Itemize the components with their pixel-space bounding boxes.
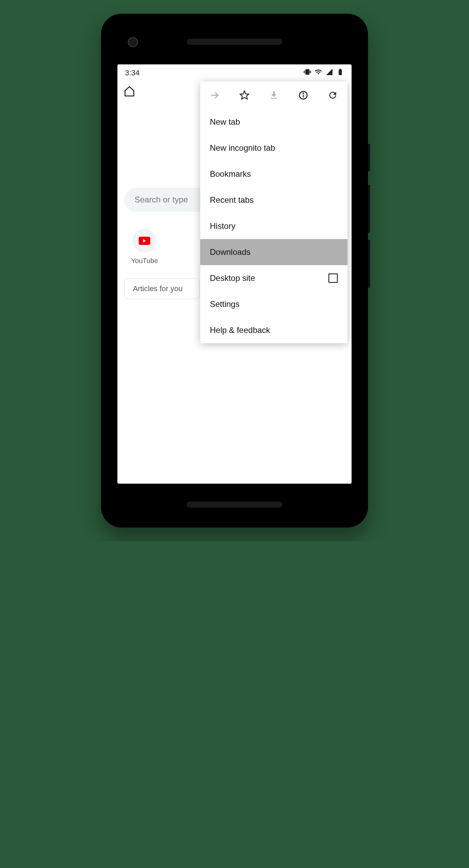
menu-item-settings[interactable]: Settings bbox=[200, 291, 347, 317]
menu-label: Downloads bbox=[210, 247, 251, 257]
menu-label: New tab bbox=[210, 117, 240, 127]
youtube-icon bbox=[132, 229, 156, 253]
battery-icon bbox=[337, 68, 344, 78]
screen: 3:34 bbox=[117, 64, 352, 484]
info-icon[interactable] bbox=[298, 90, 308, 100]
phone-volume-up bbox=[368, 185, 370, 233]
menu-item-new-tab[interactable]: New tab bbox=[200, 109, 347, 135]
menu-label: History bbox=[210, 221, 236, 231]
forward-icon bbox=[210, 90, 220, 100]
signal-icon bbox=[326, 68, 333, 78]
wifi-icon bbox=[315, 68, 322, 78]
menu-icon-row bbox=[200, 82, 347, 109]
menu-item-help-feedback[interactable]: Help & feedback bbox=[200, 317, 347, 343]
menu-item-desktop-site[interactable]: Desktop site bbox=[200, 265, 347, 291]
search-placeholder: Search or type bbox=[135, 195, 188, 204]
svg-point-4 bbox=[303, 93, 304, 94]
menu-item-bookmarks[interactable]: Bookmarks bbox=[200, 161, 347, 187]
menu-item-recent-tabs[interactable]: Recent tabs bbox=[200, 187, 347, 213]
menu-item-new-incognito-tab[interactable]: New incognito tab bbox=[200, 135, 347, 161]
shortcut-youtube[interactable]: YouTube bbox=[131, 229, 158, 265]
menu-label: New incognito tab bbox=[210, 143, 275, 153]
articles-label: Articles for you bbox=[133, 284, 183, 293]
svg-marker-1 bbox=[240, 91, 249, 99]
articles-card[interactable]: Articles for you bbox=[124, 278, 200, 299]
menu-item-history[interactable]: History bbox=[200, 213, 347, 239]
menu-label: Bookmarks bbox=[210, 169, 251, 179]
menu-label: Recent tabs bbox=[210, 195, 254, 205]
status-bar: 3:34 bbox=[117, 64, 352, 82]
phone-speaker-bottom bbox=[187, 501, 282, 508]
overflow-menu: New tab New incognito tab Bookmarks Rece… bbox=[200, 82, 347, 343]
home-icon[interactable] bbox=[124, 85, 135, 98]
star-icon[interactable] bbox=[239, 90, 250, 100]
phone-bezel: 3:34 bbox=[107, 20, 362, 521]
phone-camera bbox=[128, 37, 138, 47]
phone-volume-down bbox=[368, 240, 370, 288]
shortcut-label: YouTube bbox=[131, 257, 158, 265]
menu-label: Desktop site bbox=[210, 273, 255, 283]
menu-label: Help & feedback bbox=[210, 325, 270, 335]
status-icons bbox=[304, 68, 344, 78]
vibrate-icon bbox=[304, 68, 311, 78]
phone-power-button bbox=[368, 144, 370, 171]
refresh-icon[interactable] bbox=[328, 90, 338, 100]
phone-frame: 3:34 bbox=[101, 14, 368, 528]
desktop-site-checkbox[interactable] bbox=[328, 273, 338, 283]
phone-speaker-top bbox=[187, 39, 282, 45]
download-icon bbox=[269, 90, 279, 100]
menu-item-downloads[interactable]: Downloads bbox=[200, 239, 347, 265]
menu-label: Settings bbox=[210, 299, 240, 309]
status-time: 3:34 bbox=[125, 69, 140, 77]
